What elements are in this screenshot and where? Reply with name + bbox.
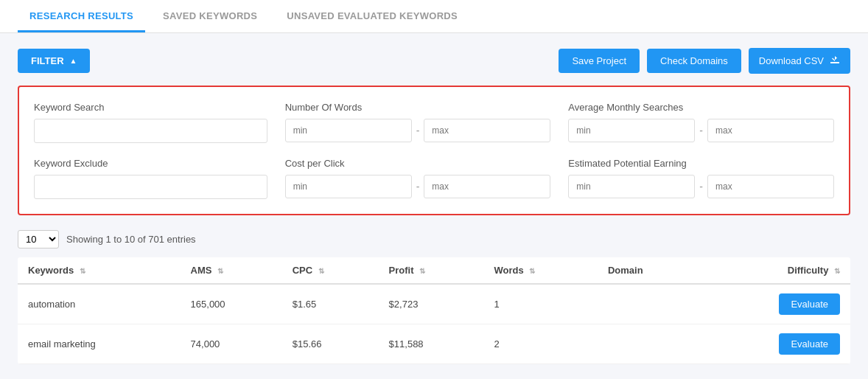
cell-ams: 74,000 [181,324,282,364]
sort-icon-profit[interactable]: ⇅ [419,267,425,275]
cost-per-click-max-input[interactable] [424,175,550,198]
cell-profit: $2,723 [379,284,484,324]
dash-icon-4: - [699,181,703,192]
estimated-potential-earning-min-input[interactable] [568,175,695,198]
tab-saved-keywords[interactable]: Saved Keywords [151,0,269,32]
download-icon [830,55,840,67]
cell-words: 1 [483,284,597,324]
cell-keyword: automation [18,284,181,324]
keyword-exclude-label: Keyword Exclude [34,158,267,169]
estimated-potential-earning-range: - [568,175,834,198]
save-project-button[interactable]: Save Project [559,49,640,73]
filter-group-avg-monthly-searches: Average Monthly Searches - [568,102,834,143]
chevron-down-icon: ▲ [70,57,77,65]
cost-per-click-label: Cost per Click [285,158,551,169]
keyword-search-input[interactable] [34,119,267,143]
sort-icon-difficulty[interactable]: ⇅ [834,267,840,275]
cell-cpc: $15.66 [282,324,379,364]
filter-button[interactable]: FILTER ▲ [18,49,90,73]
avg-monthly-searches-range: - [568,119,834,142]
check-domains-button[interactable]: Check Domains [647,49,741,73]
tab-unsaved-evaluated-keywords[interactable]: Unsaved Evaluated Keywords [275,0,469,32]
col-header-cpc: CPC ⇅ [282,257,379,284]
col-header-keywords: Keywords ⇅ [18,257,181,284]
estimated-potential-earning-label: Estimated Potential Earning [568,158,834,169]
filter-group-estimated-potential-earning: Estimated Potential Earning - [568,158,834,199]
avg-monthly-searches-max-input[interactable] [707,119,834,142]
number-of-words-label: Number Of Words [285,102,551,113]
table-wrapper: Keywords ⇅ AMS ⇅ CPC ⇅ Profit ⇅ [18,257,850,364]
estimated-potential-earning-max-input[interactable] [707,175,834,198]
avg-monthly-searches-label: Average Monthly Searches [568,102,834,113]
toolbar: FILTER ▲ Save Project Check Domains Down… [18,48,850,74]
tabs-bar: Research Results Saved Keywords Unsaved … [0,0,868,33]
number-of-words-min-input[interactable] [285,119,412,142]
filter-group-number-of-words: Number Of Words - [285,102,551,143]
col-header-profit: Profit ⇅ [379,257,484,284]
svg-rect-0 [830,62,839,63]
main-content: FILTER ▲ Save Project Check Domains Down… [0,33,868,379]
entries-showing-text: Showing 1 to 10 of 701 entries [66,234,196,245]
sort-icon-keywords[interactable]: ⇅ [80,267,85,275]
table-header-row: Keywords ⇅ AMS ⇅ CPC ⇅ Profit ⇅ [18,257,850,284]
filter-row-2: Keyword Exclude Cost per Click - Estimat… [34,158,834,199]
dash-icon: - [416,125,420,136]
number-of-words-range: - [285,119,551,142]
cell-keyword: email marketing [18,324,181,364]
filter-group-keyword-search: Keyword Search [34,102,267,143]
evaluate-button[interactable]: Evaluate [779,333,840,355]
cell-domain [598,284,700,324]
filter-label: FILTER [31,55,64,66]
cost-per-click-range: - [285,175,551,198]
entries-row: 10 25 50 100 Showing 1 to 10 of 701 entr… [18,230,850,248]
cost-per-click-min-input[interactable] [285,175,412,198]
filter-group-keyword-exclude: Keyword Exclude [34,158,267,199]
col-header-words: Words ⇅ [483,257,597,284]
table-row: email marketing 74,000 $15.66 $11,588 2 … [18,324,850,364]
col-header-ams: AMS ⇅ [181,257,282,284]
number-of-words-max-input[interactable] [424,119,550,142]
filter-group-cost-per-click: Cost per Click - [285,158,551,199]
tab-research-results[interactable]: Research Results [18,0,145,32]
cell-difficulty: Evaluate [700,324,850,364]
col-header-domain: Domain [598,257,700,284]
svg-marker-1 [832,56,838,61]
cell-difficulty: Evaluate [700,284,850,324]
cell-cpc: $1.65 [282,284,379,324]
cell-words: 2 [483,324,597,364]
sort-icon-words[interactable]: ⇅ [529,267,535,275]
keyword-search-label: Keyword Search [34,102,267,113]
dash-icon-2: - [699,125,703,136]
filter-row-1: Keyword Search Number Of Words - Average… [34,102,834,143]
keyword-exclude-input[interactable] [34,175,267,199]
toolbar-left: FILTER ▲ [18,49,90,73]
filter-panel: Keyword Search Number Of Words - Average… [18,86,850,215]
download-csv-button[interactable]: Download CSV [749,48,850,74]
dash-icon-3: - [416,181,420,192]
sort-icon-cpc[interactable]: ⇅ [318,267,324,275]
table-row: automation 165,000 $1.65 $2,723 1 Evalua… [18,284,850,324]
cell-ams: 165,000 [181,284,282,324]
cell-profit: $11,588 [379,324,484,364]
entries-select[interactable]: 10 25 50 100 [18,230,59,248]
avg-monthly-searches-min-input[interactable] [568,119,695,142]
col-header-difficulty: Difficulty ⇅ [700,257,850,284]
cell-domain [598,324,700,364]
toolbar-right: Save Project Check Domains Download CSV [559,48,850,74]
sort-icon-ams[interactable]: ⇅ [217,267,223,275]
results-table: Keywords ⇅ AMS ⇅ CPC ⇅ Profit ⇅ [18,257,850,364]
evaluate-button[interactable]: Evaluate [779,293,840,315]
